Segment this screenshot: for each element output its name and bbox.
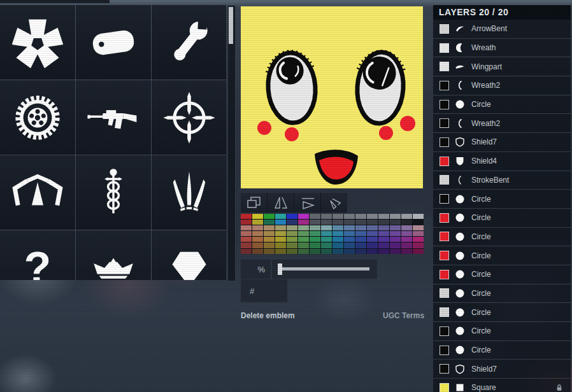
- layer-color-swatch[interactable]: [440, 81, 449, 90]
- palette-swatch-r6-c1[interactable]: [241, 242, 252, 248]
- palette-swatch-r2-c6[interactable]: [298, 220, 309, 225]
- palette-swatch-r2-c13[interactable]: [378, 220, 389, 225]
- palette-swatch-r5-c7[interactable]: [310, 237, 320, 242]
- ugc-terms-link[interactable]: UGC Terms: [383, 311, 424, 320]
- palette-swatch-r3-c8[interactable]: [321, 225, 332, 230]
- palette-swatch-r7-c13[interactable]: [378, 249, 389, 254]
- palette-swatch-r7-c16[interactable]: [413, 249, 424, 254]
- palette-swatch-r2-c1[interactable]: [241, 220, 252, 225]
- flip-diagonal-button[interactable]: [321, 193, 347, 213]
- emblem-shape-tile-caduceus[interactable]: [76, 155, 151, 230]
- palette-swatch-r4-c9[interactable]: [332, 231, 343, 236]
- layer-color-swatch[interactable]: [440, 194, 449, 204]
- layer-row-1-arrowbent[interactable]: ArrowBent: [433, 20, 571, 38]
- layer-color-swatch[interactable]: [440, 326, 449, 336]
- layer-color-swatch[interactable]: [440, 251, 449, 260]
- palette-swatch-r2-c5[interactable]: [287, 220, 297, 225]
- layer-color-swatch[interactable]: [440, 364, 449, 374]
- layer-color-swatch[interactable]: [440, 175, 449, 185]
- palette-swatch-r5-c14[interactable]: [390, 237, 401, 242]
- palette-swatch-r3-c14[interactable]: [390, 225, 401, 230]
- palette-swatch-r7-c7[interactable]: [310, 249, 320, 254]
- palette-swatch-r2-c4[interactable]: [275, 220, 286, 225]
- emblem-shape-tile-wrench[interactable]: [152, 5, 226, 80]
- layer-row-18-circle[interactable]: Circle: [433, 340, 571, 360]
- palette-swatch-r5-c10[interactable]: [344, 237, 355, 242]
- palette-swatch-r3-c1[interactable]: [241, 225, 252, 230]
- palette-swatch-r7-c3[interactable]: [264, 249, 275, 254]
- palette-swatch-r1-c9[interactable]: [332, 214, 343, 219]
- palette-swatch-r2-c14[interactable]: [390, 220, 401, 225]
- layer-color-swatch[interactable]: [440, 62, 449, 71]
- layer-color-swatch[interactable]: [440, 213, 449, 223]
- layer-row-4-wreath2[interactable]: Wreath2: [433, 76, 571, 95]
- palette-swatch-r6-c14[interactable]: [390, 242, 401, 248]
- layer-row-11-circle[interactable]: Circle: [433, 208, 571, 227]
- layer-row-12-circle[interactable]: Circle: [433, 227, 571, 246]
- layer-color-swatch[interactable]: [440, 43, 449, 53]
- layer-color-swatch[interactable]: [440, 137, 449, 147]
- palette-swatch-r5-c12[interactable]: [367, 237, 378, 242]
- layer-color-swatch[interactable]: [440, 270, 449, 279]
- layer-row-16-circle[interactable]: Circle: [433, 302, 571, 321]
- palette-swatch-r7-c15[interactable]: [401, 249, 412, 254]
- palette-swatch-r2-c12[interactable]: [367, 220, 378, 225]
- scrollbar-thumb[interactable]: [229, 7, 233, 44]
- palette-swatch-r6-c8[interactable]: [321, 242, 332, 248]
- palette-swatch-r7-c6[interactable]: [298, 249, 309, 254]
- palette-swatch-r1-c15[interactable]: [401, 214, 412, 219]
- palette-swatch-r4-c14[interactable]: [390, 231, 401, 236]
- palette-swatch-r6-c5[interactable]: [287, 242, 297, 248]
- palette-swatch-r4-c11[interactable]: [355, 231, 366, 236]
- palette-swatch-r2-c10[interactable]: [344, 220, 355, 225]
- opacity-slider[interactable]: [272, 260, 377, 279]
- palette-swatch-r5-c8[interactable]: [321, 237, 332, 242]
- layer-row-13-circle[interactable]: Circle: [433, 246, 571, 265]
- palette-swatch-r1-c3[interactable]: [264, 214, 275, 219]
- palette-swatch-r6-c6[interactable]: [298, 242, 309, 248]
- palette-swatch-r3-c9[interactable]: [332, 225, 343, 230]
- slider-thumb[interactable]: [278, 263, 282, 275]
- palette-swatch-r3-c11[interactable]: [355, 225, 366, 230]
- layer-row-14-circle[interactable]: Circle: [433, 265, 571, 284]
- palette-swatch-r4-c3[interactable]: [264, 231, 275, 236]
- palette-swatch-r6-c7[interactable]: [310, 242, 320, 248]
- palette-swatch-r3-c12[interactable]: [367, 225, 378, 230]
- palette-swatch-r3-c10[interactable]: [344, 225, 355, 230]
- palette-swatch-r5-c1[interactable]: [241, 237, 252, 242]
- palette-swatch-r1-c2[interactable]: [252, 214, 263, 219]
- layer-row-17-circle[interactable]: Circle: [433, 321, 571, 340]
- palette-swatch-r2-c9[interactable]: [332, 220, 343, 225]
- palette-swatch-r3-c15[interactable]: [401, 225, 412, 230]
- palette-swatch-r4-c10[interactable]: [344, 231, 355, 236]
- emblem-preview-canvas[interactable]: [241, 6, 423, 188]
- palette-swatch-r1-c13[interactable]: [378, 214, 389, 219]
- emblem-shape-tile-dog-tag[interactable]: [76, 5, 151, 80]
- palette-swatch-r5-c16[interactable]: [413, 237, 424, 242]
- palette-swatch-r1-c10[interactable]: [344, 214, 355, 219]
- emblem-shape-tile-claw-marks[interactable]: [152, 155, 226, 230]
- palette-swatch-r2-c7[interactable]: [310, 220, 320, 225]
- palette-swatch-r1-c6[interactable]: [298, 214, 309, 219]
- hex-color-field[interactable]: #: [241, 279, 287, 302]
- layer-color-swatch[interactable]: [440, 232, 449, 241]
- emblem-shape-tile-rifle[interactable]: [76, 80, 151, 155]
- palette-swatch-r6-c16[interactable]: [413, 242, 424, 248]
- layer-color-swatch[interactable]: [440, 157, 449, 166]
- shape-library-scrollbar[interactable]: [227, 5, 236, 281]
- palette-swatch-r7-c2[interactable]: [252, 249, 263, 254]
- palette-swatch-r7-c14[interactable]: [390, 249, 401, 254]
- palette-swatch-r6-c4[interactable]: [275, 242, 286, 248]
- layer-row-2-wreath[interactable]: Wreath: [433, 38, 571, 57]
- layer-color-swatch[interactable]: [440, 118, 449, 128]
- palette-swatch-r3-c16[interactable]: [413, 225, 424, 230]
- emblem-shape-tile-tire[interactable]: [0, 80, 75, 155]
- palette-swatch-r4-c6[interactable]: [298, 231, 309, 236]
- palette-swatch-r2-c3[interactable]: [264, 220, 275, 225]
- palette-swatch-r4-c13[interactable]: [378, 231, 389, 236]
- palette-swatch-r3-c7[interactable]: [310, 225, 320, 230]
- palette-swatch-r3-c3[interactable]: [264, 225, 275, 230]
- flip-vertical-button[interactable]: [294, 193, 321, 213]
- palette-swatch-r5-c6[interactable]: [298, 237, 309, 242]
- palette-swatch-r3-c4[interactable]: [275, 225, 286, 230]
